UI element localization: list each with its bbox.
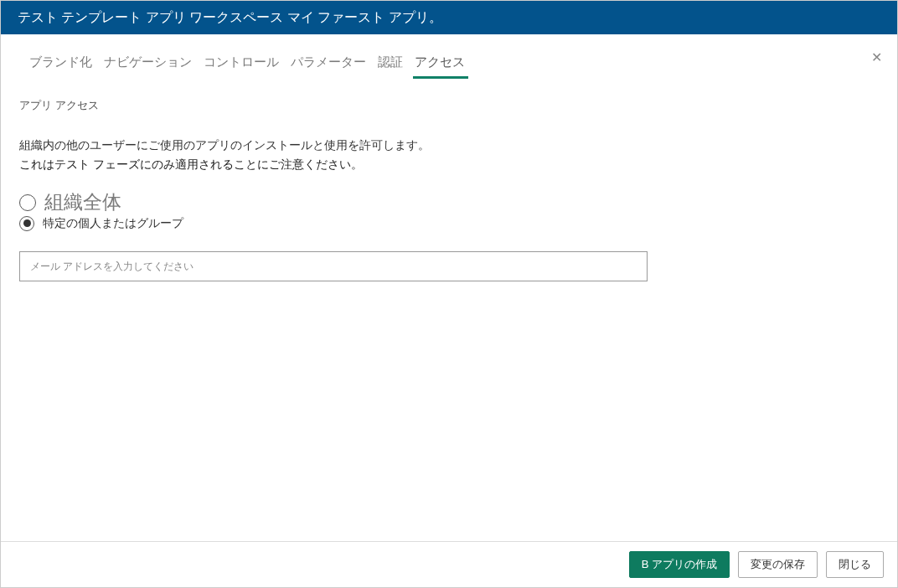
tab-label: アクセス xyxy=(415,54,465,69)
radio-specific-people[interactable]: 特定の個人またはグループ xyxy=(19,216,879,231)
tab-branding[interactable]: ブランド化 xyxy=(26,48,95,77)
radio-icon xyxy=(19,216,34,231)
button-label: 閉じる xyxy=(839,557,871,572)
tab-label: ブランド化 xyxy=(29,54,92,69)
close-icon[interactable]: ✕ xyxy=(871,51,882,64)
footer: B アプリの作成 変更の保存 閉じる xyxy=(1,541,897,587)
tabs: ブランド化 ナビゲーション コントロール パラメーター 認証 アクセス xyxy=(26,48,468,77)
tabs-row: ブランド化 ナビゲーション コントロール パラメーター 認証 アクセス ✕ xyxy=(1,34,897,78)
tab-label: ナビゲーション xyxy=(104,54,192,69)
content-area: アプリ アクセス 組織内の他のユーザーにご使用のアプリのインストールと使用を許可… xyxy=(1,78,897,302)
save-changes-button[interactable]: 変更の保存 xyxy=(738,551,818,578)
tab-label: コントロール xyxy=(204,54,279,69)
tab-access[interactable]: アクセス xyxy=(411,48,468,77)
title-bar: テスト テンプレート アプリ ワークスペース マイ ファースト アプリ。 xyxy=(1,1,897,34)
radio-icon xyxy=(19,194,36,211)
email-input[interactable] xyxy=(19,251,648,281)
radio-group: 組織全体 特定の個人またはグループ xyxy=(19,191,879,231)
tab-navigation[interactable]: ナビゲーション xyxy=(101,48,195,77)
button-label: B アプリの作成 xyxy=(642,557,717,572)
tab-auth[interactable]: 認証 xyxy=(374,48,406,77)
radio-label: 特定の個人またはグループ xyxy=(43,216,183,231)
title-text: テスト テンプレート アプリ ワークスペース マイ ファースト アプリ。 xyxy=(18,9,442,27)
create-app-button[interactable]: B アプリの作成 xyxy=(629,551,730,578)
tab-label: パラメーター xyxy=(291,54,366,69)
close-button[interactable]: 閉じる xyxy=(826,551,884,578)
radio-selected-dot xyxy=(23,219,31,227)
radio-label: 組織全体 xyxy=(44,191,121,214)
radio-entire-org[interactable]: 組織全体 xyxy=(19,191,879,214)
description-line-1: 組織内の他のユーザーにご使用のアプリのインストールと使用を許可します。 xyxy=(19,137,879,155)
tab-label: 認証 xyxy=(378,54,403,69)
section-title: アプリ アクセス xyxy=(19,98,879,113)
button-label: 変更の保存 xyxy=(751,557,805,572)
tab-control[interactable]: コントロール xyxy=(200,48,282,77)
description-line-2: これはテスト フェーズにのみ適用されることにご注意ください。 xyxy=(19,155,879,175)
tab-parameter[interactable]: パラメーター xyxy=(287,48,369,77)
